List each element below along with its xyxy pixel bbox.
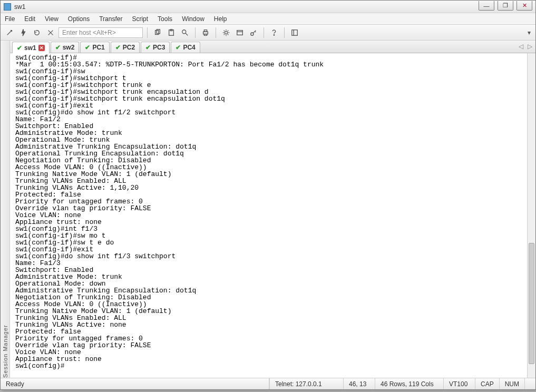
tab-next-icon[interactable]: ▷	[528, 43, 532, 50]
print-icon[interactable]	[200, 27, 211, 38]
toolbar-separator	[216, 27, 216, 38]
tab-prev-icon[interactable]: ◁	[519, 43, 523, 50]
menu-tools[interactable]: Tools	[158, 15, 172, 23]
svg-rect-9	[237, 30, 243, 35]
find-icon[interactable]	[179, 27, 191, 38]
terminal-line: sw1(config)#do show int f1/3 switchport	[15, 253, 531, 260]
check-icon: ✔	[85, 44, 90, 51]
svg-point-11	[274, 34, 274, 35]
toolbar-separator	[147, 27, 148, 38]
tab-close-icon[interactable]: ✕	[38, 45, 45, 51]
help-icon[interactable]	[268, 27, 280, 38]
check-icon: ✔	[145, 44, 151, 51]
status-num: NUM	[505, 380, 519, 388]
scrollbar-thumb[interactable]	[529, 243, 534, 364]
tab-label: sw1	[24, 44, 36, 52]
disconnect-icon[interactable]	[45, 27, 56, 38]
svg-rect-6	[204, 30, 207, 32]
toolbar-separator	[264, 27, 264, 38]
window-controls: — ❐ ✕	[479, 1, 532, 11]
terminal-line: *Mar 1 00:15:03.547: %DTP-5-TRUNKPORTON:…	[15, 61, 531, 68]
session-manager-tab[interactable]: Session Manager	[1, 41, 10, 378]
tab-label: PC2	[123, 44, 135, 51]
menu-edit[interactable]: Edit	[24, 15, 35, 23]
check-icon: ✔	[176, 44, 181, 51]
tab-pc3[interactable]: ✔ PC3	[141, 42, 170, 53]
toggle-pane-icon[interactable]	[289, 27, 300, 38]
menubar: File Edit View Options Transfer Script T…	[1, 13, 535, 25]
terminal-line: Override vlan tag priority: FALSE	[15, 205, 531, 212]
close-button[interactable]: ✕	[516, 1, 532, 11]
terminal-line: sw1(config)#	[15, 362, 531, 369]
key-icon[interactable]	[248, 27, 259, 38]
tab-pc4[interactable]: ✔ PC4	[171, 42, 200, 53]
copy-icon[interactable]	[152, 27, 163, 38]
tab-label: PC4	[183, 44, 195, 51]
menu-script[interactable]: Script	[132, 15, 148, 23]
tab-label: PC1	[92, 44, 104, 51]
terminal-line: Appliance trust: none	[15, 356, 531, 362]
host-placeholder: Enter host <Alt+R>	[62, 29, 116, 36]
status-emulation: VT100	[449, 380, 467, 388]
terminal-output[interactable]: sw1(config-if)#*Mar 1 00:15:03.547: %DTP…	[10, 53, 535, 378]
titlebar: sw1	[1, 1, 535, 13]
quick-connect-icon[interactable]	[17, 27, 29, 38]
toolbar: Enter host <Alt+R> ▾	[1, 25, 535, 41]
session-tabbar: ✔ sw1 ✕ ✔ sw2 ✔ PC1 ✔ PC2 ✔	[10, 41, 535, 53]
terminal-line: Override vlan tag priority: FALSE	[15, 342, 531, 349]
status-cursor: 46, 13	[349, 380, 366, 388]
status-ready: Ready	[6, 380, 24, 388]
check-icon: ✔	[55, 44, 61, 51]
app-icon	[4, 3, 11, 11]
menu-window[interactable]: Window	[182, 15, 204, 23]
tab-sw2[interactable]: ✔ sw2	[51, 42, 80, 53]
menu-file[interactable]: File	[5, 15, 15, 23]
svg-rect-7	[204, 34, 207, 35]
menu-view[interactable]: View	[45, 15, 59, 23]
scrollbar[interactable]	[527, 53, 535, 378]
resize-grip-icon[interactable]	[524, 378, 535, 389]
check-icon: ✔	[115, 44, 121, 51]
toolbar-separator	[195, 27, 196, 38]
close-icon: ✕	[522, 2, 527, 9]
session-manager-label: Session Manager	[2, 44, 8, 378]
check-icon: ✔	[17, 44, 22, 52]
host-input[interactable]: Enter host <Alt+R>	[59, 27, 143, 38]
toolbar-overflow-icon[interactable]: ▾	[526, 29, 532, 36]
svg-point-8	[225, 31, 227, 34]
tab-label: PC3	[153, 44, 165, 51]
window-title: sw1	[14, 3, 25, 11]
status-cap: CAP	[481, 380, 494, 388]
toolbar-separator	[284, 27, 285, 38]
status-connection: Telnet: 127.0.0.1	[275, 380, 322, 388]
tab-pc2[interactable]: ✔ PC2	[111, 42, 140, 53]
menu-transfer[interactable]: Transfer	[99, 15, 122, 23]
menu-options[interactable]: Options	[68, 15, 90, 23]
reconnect-icon[interactable]	[31, 27, 43, 38]
tab-sw1[interactable]: ✔ sw1 ✕	[12, 42, 50, 53]
terminal-line: Trunking VLANs Active: none	[15, 321, 531, 328]
paste-icon[interactable]	[165, 27, 177, 38]
maximize-button[interactable]: ❐	[498, 1, 513, 11]
minimize-icon: —	[484, 3, 490, 9]
minimize-button[interactable]: —	[479, 1, 494, 11]
svg-rect-12	[292, 30, 298, 35]
statusbar: Ready Telnet: 127.0.0.1 46, 13 46 Rows, …	[1, 378, 535, 389]
svg-point-4	[182, 30, 186, 33]
status-size: 46 Rows, 119 Cols	[381, 380, 434, 388]
settings-icon[interactable]	[220, 27, 232, 38]
terminal-line: sw1(config)#do show int f1/2 switchport	[15, 109, 531, 116]
menu-help[interactable]: Help	[214, 15, 227, 23]
tab-label: sw2	[63, 44, 75, 51]
terminal-line: Trunking VLANs Active: 1,10,20	[15, 184, 531, 191]
connect-icon[interactable]	[4, 27, 15, 38]
maximize-icon: ❐	[503, 2, 508, 9]
session-options-icon[interactable]	[234, 27, 246, 38]
tab-pc1[interactable]: ✔ PC1	[80, 42, 109, 53]
